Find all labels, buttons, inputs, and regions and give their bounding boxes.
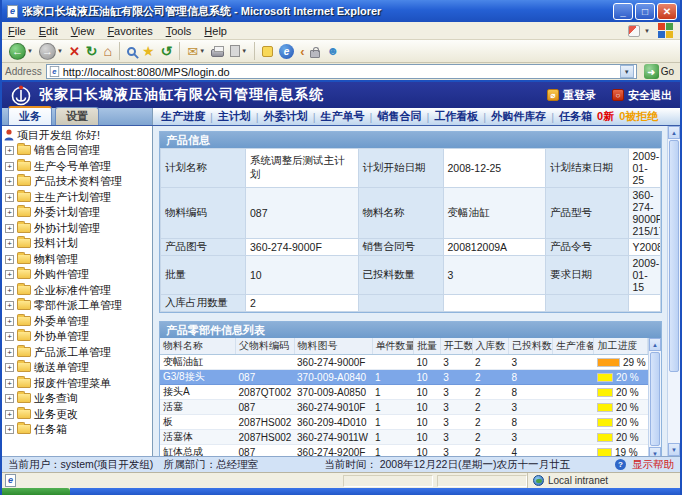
notes-button[interactable] [259,41,276,62]
forward-button[interactable]: →▼ [36,41,66,62]
column-header[interactable]: 开工数 [440,338,472,355]
tree-item[interactable]: +外协计划管理 [2,221,152,237]
expand-icon[interactable]: + [5,425,14,434]
chevron-down-icon[interactable]: ▼ [27,48,33,54]
tab-业务[interactable]: 业务 [8,106,52,125]
table-row[interactable]: G3/8接头087370-009-A084011032820 % [160,370,648,385]
nav-item-任务箱[interactable]: 任务箱 [559,109,592,124]
expand-icon[interactable]: + [5,379,14,388]
tree-item[interactable]: +外委计划管理 [2,205,152,221]
table-row[interactable]: 变幅油缸360-274-9000F1032329 % [160,355,648,370]
main-scroll-thumb[interactable] [669,140,679,372]
relogin-button[interactable]: ⌀ 重登录 [547,88,596,103]
expand-icon[interactable]: + [5,162,14,171]
tree-item[interactable]: +外购件管理 [2,267,152,283]
tab-设置[interactable]: 设置 [55,107,99,125]
nav-item-生产单号[interactable]: 生产单号 [321,109,365,124]
tree-item[interactable]: +物料管理 [2,252,152,268]
table-row[interactable]: 接头A2087QT002370-009-A085011032820 % [160,385,648,400]
nav-item-生产进度[interactable]: 生产进度 [161,109,205,124]
tree-item[interactable]: +零部件派工单管理 [2,298,152,314]
nav-item-销售合同[interactable]: 销售合同 [377,109,421,124]
address-dropdown-icon[interactable]: ▼ [620,65,634,78]
search-button[interactable] [124,41,139,62]
expand-icon[interactable]: + [5,363,14,372]
mail-button[interactable]: ✉▼ [184,41,208,62]
main-scroll-up-icon[interactable]: ▲ [668,126,680,139]
column-header[interactable]: 加工进度 [594,338,648,355]
logout-button[interactable]: ○ 安全退出 [612,88,672,103]
table-row[interactable]: 活塞087360-274-9010F11032320 % [160,400,648,415]
expand-icon[interactable]: + [5,193,14,202]
maximize-button[interactable]: □ [635,3,655,20]
table-row[interactable]: 板2087HS002360-209-4D01011032820 % [160,415,648,430]
scroll-thumb[interactable] [650,352,660,446]
contacts-button[interactable]: ☻ [323,41,342,62]
column-header[interactable]: 入库数 [472,338,509,355]
minimize-button[interactable]: _ [613,3,633,20]
expand-icon[interactable]: + [5,177,14,186]
tree-item[interactable]: +业务更改 [2,407,152,423]
main-scroll-down-icon[interactable]: ▼ [668,443,680,456]
edit-button[interactable]: ▼ [227,41,250,62]
tree-item[interactable]: +投料计划 [2,236,152,252]
column-header[interactable]: 物料名称 [160,338,236,355]
tree-item[interactable]: +外委单管理 [2,314,152,330]
refresh-button[interactable]: ↻ [83,41,101,62]
chevron-down-icon[interactable]: ▼ [57,48,63,54]
scroll-up-icon[interactable]: ▲ [649,338,661,351]
column-header[interactable]: 物料图号 [294,338,372,355]
column-header[interactable]: 父物料编码 [236,338,295,355]
expand-icon[interactable]: + [5,224,14,233]
go-button[interactable]: ➜ Go [641,64,677,79]
expand-icon[interactable]: + [5,301,14,310]
expand-icon[interactable]: + [5,255,14,264]
expand-icon[interactable]: + [5,286,14,295]
home-button[interactable]: ⌂ [101,41,115,62]
nav-item-外委计划[interactable]: 外委计划 [264,109,308,124]
tree-item[interactable]: +外协单管理 [2,329,152,345]
tree-item[interactable]: +产品技术资料管理 [2,174,152,190]
chevron-down-icon[interactable]: ▼ [199,48,205,54]
url-text[interactable]: http://localhost:8080/MPS/login.do [63,66,617,78]
messenger-button[interactable]: ‹ [297,41,307,62]
menu-item-tools[interactable]: Tools [166,25,192,37]
expand-icon[interactable]: + [5,317,14,326]
tree-item[interactable]: +主生产计划管理 [2,190,152,206]
expand-icon[interactable]: + [5,239,14,248]
stop-button[interactable]: ✕ [66,41,83,62]
taskbar-strip[interactable] [70,488,680,495]
tree-item[interactable]: +任务箱 [2,422,152,438]
column-header[interactable]: 单件数量 [372,338,413,355]
show-help-link[interactable]: 显示帮助 [632,458,674,472]
print-button[interactable] [208,41,227,62]
table-row[interactable]: 缸体总成087360-274-9200F11032419 % [160,445,648,457]
tree-item[interactable]: +产品派工单管理 [2,345,152,361]
expand-icon[interactable]: + [5,270,14,279]
scroll-down-icon[interactable]: ▼ [649,447,661,456]
column-header[interactable]: 批量 [414,338,441,355]
tree-item[interactable]: +生产令号单管理 [2,159,152,175]
expand-icon[interactable]: + [5,146,14,155]
tree-item[interactable]: +缴送单管理 [2,360,152,376]
parts-vertical-scrollbar[interactable]: ▲ ▼ [648,338,661,456]
main-vertical-scrollbar[interactable]: ▲ ▼ [667,126,680,456]
start-button-edge[interactable] [2,488,70,495]
back-button[interactable]: ←▼ [6,41,36,62]
menu-item-favorites[interactable]: Favorites [107,25,152,37]
menu-item-edit[interactable]: Edit [39,25,58,37]
table-row[interactable]: 活塞体2087HS002360-274-9011W11032320 % [160,430,648,445]
expand-icon[interactable]: + [5,208,14,217]
favorites-button[interactable]: ★ [139,41,158,62]
chevron-down-icon[interactable]: ▼ [644,28,650,34]
nav-item-工作看板[interactable]: 工作看板 [434,109,478,124]
tree-item[interactable]: +业务查询 [2,391,152,407]
nav-item-主计划[interactable]: 主计划 [218,109,251,124]
ie-globe-button[interactable]: e [276,41,297,62]
history-button[interactable]: ↺ [158,41,176,62]
close-button[interactable]: ✕ [657,3,677,20]
lock-button[interactable] [307,41,323,62]
chevron-down-icon[interactable]: ▼ [241,48,247,54]
address-input[interactable]: e http://localhost:8080/MPS/login.do ▼ [46,64,637,79]
column-header[interactable]: 已投料数 [509,338,553,355]
